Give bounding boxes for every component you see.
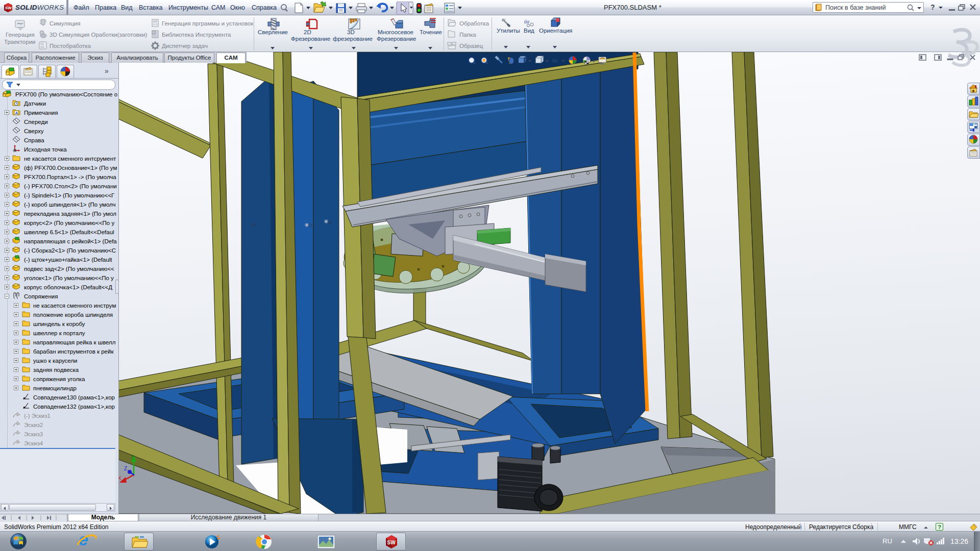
svg-text:SW: SW (387, 540, 396, 545)
svg-text:Y: Y (131, 455, 134, 460)
svg-text:G3: G3 (40, 45, 44, 48)
svg-text:6σ: 6σ (552, 58, 558, 63)
svg-text:6σ: 6σ (524, 19, 530, 24)
svg-text:Z: Z (124, 466, 127, 471)
svg-text:A: A (15, 111, 18, 115)
svg-text:SW: SW (5, 6, 12, 10)
